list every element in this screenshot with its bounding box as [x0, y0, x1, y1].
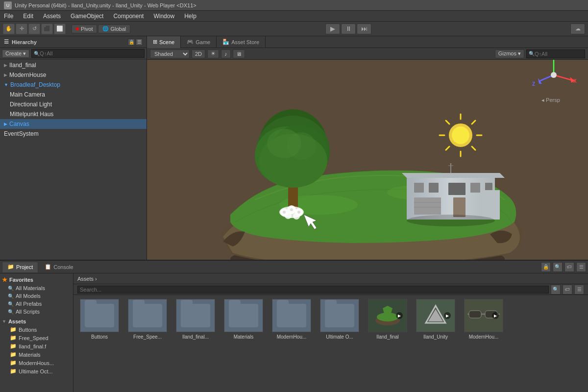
- project-tag-btn[interactable]: 🏷: [563, 285, 572, 294]
- hierarchy-create[interactable]: Create ▾: [2, 49, 29, 58]
- tab-game[interactable]: 🎮 Game: [181, 36, 217, 48]
- svg-rect-26: [470, 183, 480, 193]
- main-layout: ☰ Hierarchy 🔒 ☰ Create ▾ 🔍 ▶ Iland_final…: [0, 36, 588, 260]
- audio-button[interactable]: ♪: [221, 49, 231, 58]
- bottom-menu-btn[interactable]: ☰: [576, 262, 586, 272]
- pivot-button[interactable]: Pivot: [72, 24, 97, 33]
- fav-all-scripts[interactable]: 🔍 All Scripts: [0, 308, 73, 316]
- folder-icon: 📁: [10, 368, 17, 374]
- asset-file-ilandunity[interactable]: ▶ Iland_Unity: [414, 299, 458, 340]
- tool-scale[interactable]: ⬛: [41, 24, 53, 34]
- asset-folder-ilandfinal[interactable]: Iland_final...: [173, 299, 218, 340]
- panel-lock[interactable]: 🔒: [128, 39, 135, 46]
- asset-file-modernhou[interactable]: ▶ ModernHou...: [462, 299, 506, 340]
- hierarchy-search-input[interactable]: [40, 50, 142, 56]
- favorites-header[interactable]: ★ Favorites: [0, 275, 73, 284]
- bottom-tag-btn[interactable]: 🏷: [564, 262, 574, 272]
- menu-bar: File Edit Assets GameObject Component Wi…: [0, 11, 588, 22]
- hierarchy-item-broadleaf[interactable]: ▼ Broadleaf_Desktop: [0, 80, 147, 90]
- global-button[interactable]: 🌐 Global: [98, 24, 130, 33]
- tool-rect[interactable]: ⬜: [54, 24, 66, 34]
- folder-thumb: [320, 299, 359, 332]
- menu-assets[interactable]: Assets: [41, 12, 63, 21]
- tab-console[interactable]: 📋 Console: [39, 262, 78, 272]
- bottom-content: ★ Favorites 🔍 All Materials 🔍 All Models…: [0, 273, 588, 392]
- hierarchy-item-eventsystem[interactable]: EventSystem: [0, 129, 147, 139]
- item-label: Mittelpunkt Haus: [10, 111, 53, 118]
- menu-help[interactable]: Help: [182, 12, 198, 21]
- project-search-submit[interactable]: 🔍: [551, 285, 561, 294]
- star-icon: ★: [2, 276, 7, 283]
- svg-point-19: [290, 208, 293, 211]
- menu-window[interactable]: Window: [151, 12, 176, 21]
- play-overlay: ▶: [492, 312, 499, 319]
- effects-button[interactable]: 🖥: [233, 49, 245, 58]
- lighting-button[interactable]: ☀: [207, 49, 219, 58]
- pause-button[interactable]: ⏸: [341, 24, 356, 34]
- bottom-lock-btn[interactable]: 🔒: [541, 262, 551, 272]
- assets-label: Assets: [8, 318, 26, 324]
- asset-file-ilandfinal[interactable]: ▶ Iland_final: [366, 299, 410, 340]
- cloud-button[interactable]: ☁: [570, 24, 585, 34]
- project-type-btn[interactable]: ☰: [574, 285, 584, 294]
- folder-shape: [277, 304, 306, 327]
- hierarchy-item-modernhouse[interactable]: ▶ ModernHouse: [0, 70, 147, 80]
- 2d-button[interactable]: 2D: [192, 49, 205, 58]
- tab-scene[interactable]: ⊞ Scene: [147, 36, 181, 48]
- svg-point-35: [407, 215, 495, 226]
- panel-menu[interactable]: ☰: [136, 39, 143, 46]
- fav-all-materials[interactable]: 🔍 All Materials: [0, 284, 73, 292]
- folder-shape: [325, 304, 354, 327]
- tool-rotate[interactable]: ↺: [28, 24, 40, 34]
- search-icon: 🔍: [8, 301, 14, 307]
- asset-folder-modernhou[interactable]: ModernHou...: [270, 299, 314, 340]
- asset-free-speed[interactable]: 📁 Free_Speed: [0, 334, 73, 342]
- menu-edit[interactable]: Edit: [21, 12, 35, 21]
- tab-project[interactable]: 📁 Project: [2, 262, 38, 272]
- item-label: Buttons: [19, 327, 37, 333]
- asset-folder-materials[interactable]: Materials: [221, 299, 266, 340]
- asset-ultimate[interactable]: 📁 Ultimate Oct...: [0, 367, 73, 375]
- hierarchy-item-canvas[interactable]: ▶ Canvas: [0, 119, 147, 129]
- asset-folder-freespeed[interactable]: Free_Spee...: [125, 299, 170, 340]
- asset-iland-final[interactable]: 📁 Iland_final.f: [0, 342, 73, 350]
- item-label: Main Camera: [10, 91, 45, 98]
- svg-rect-32: [480, 190, 500, 220]
- hierarchy-search[interactable]: 🔍: [31, 49, 145, 58]
- menu-file[interactable]: File: [2, 12, 15, 21]
- scene-3d-view: X Y Z ◂ Persp: [147, 60, 588, 260]
- asset-modernhous[interactable]: 📁 ModernHous...: [0, 359, 73, 367]
- tool-hand[interactable]: ✋: [3, 24, 15, 34]
- project-search-input[interactable]: [77, 286, 549, 294]
- fav-all-prefabs[interactable]: 🔍 All Prefabs: [0, 300, 73, 308]
- asset-folder-buttons[interactable]: Buttons: [77, 299, 122, 340]
- menu-component[interactable]: Component: [111, 12, 146, 21]
- scene-view: ⊞ Scene 🎮 Game 🏪 Asset Store Shaded Wire…: [147, 36, 588, 260]
- asset-materials[interactable]: 📁 Materials: [0, 350, 73, 359]
- play-button[interactable]: ▶: [325, 24, 340, 34]
- transform-tools: ✋ ✛ ↺ ⬛ ⬜: [3, 24, 66, 34]
- gizmos-button[interactable]: Gizmos ▾: [495, 49, 524, 58]
- step-button[interactable]: ⏭: [357, 24, 371, 34]
- asset-buttons[interactable]: 📁 Buttons: [0, 325, 73, 334]
- assets-header[interactable]: ▼ Assets: [0, 318, 73, 325]
- project-tab-icon: 📁: [7, 264, 14, 270]
- hierarchy-item-iland[interactable]: ▶ Iland_final: [0, 60, 147, 70]
- hierarchy-item-maincamera[interactable]: Main Camera: [0, 90, 147, 99]
- fav-all-models[interactable]: 🔍 All Models: [0, 292, 73, 300]
- hierarchy-item-mittelpunkt[interactable]: Mittelpunkt Haus: [0, 109, 147, 119]
- scene-search[interactable]: 🔍: [526, 49, 585, 58]
- folder-icon: 📁: [10, 335, 17, 341]
- asset-folder-ultimateo[interactable]: Ultimate O...: [318, 299, 362, 340]
- scene-search-input[interactable]: [535, 51, 583, 57]
- menu-gameobject[interactable]: GameObject: [69, 12, 105, 21]
- hierarchy-item-dirlight[interactable]: Directional Light: [0, 99, 147, 109]
- scene-canvas[interactable]: X Y Z ◂ Persp: [147, 60, 588, 260]
- folder-shape: [181, 304, 210, 327]
- shaded-dropdown[interactable]: Shaded Wireframe: [150, 49, 190, 58]
- folder-thumb: [128, 299, 167, 332]
- tab-assetstore[interactable]: 🏪 Asset Store: [217, 36, 266, 48]
- bottom-search-btn[interactable]: 🔍: [553, 262, 563, 272]
- assetstore-tab-icon: 🏪: [222, 39, 229, 45]
- tool-move[interactable]: ✛: [16, 24, 27, 34]
